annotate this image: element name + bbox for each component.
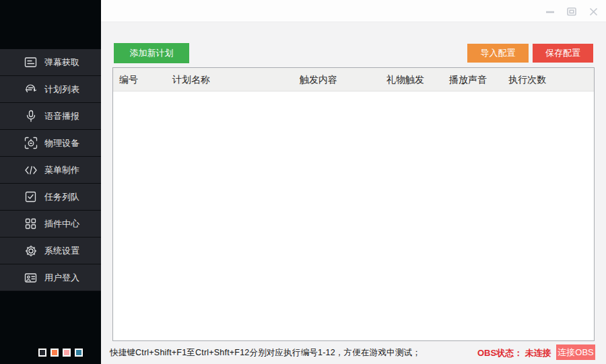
microphone-icon: [24, 110, 38, 123]
theme-swatch-orange[interactable]: [50, 349, 59, 357]
hotkey-hint-text: 快捷键Ctrl+Shift+F1至Ctrl+Shft+F12分别对应执行编号1-…: [110, 347, 421, 359]
robot-device-icon: [24, 137, 38, 150]
sidebar-item-plugin-center[interactable]: 插件中心: [0, 211, 101, 238]
titlebar: [101, 0, 606, 22]
sidebar-item-label: 语音播报: [44, 110, 79, 122]
plan-table-body: [113, 92, 594, 340]
user-card-icon: [24, 271, 38, 285]
column-header-play-sound: 播放声音: [449, 68, 487, 92]
sidebar: 弹幕获取 计划列表 语音播报 物理设备 菜单制作: [0, 0, 101, 364]
sidebar-item-settings[interactable]: 系统设置: [0, 238, 101, 264]
theme-swatch-dark[interactable]: [38, 349, 46, 357]
add-new-plan-button[interactable]: 添加新计划: [114, 43, 189, 63]
sidebar-item-label: 任务列队: [44, 191, 79, 203]
column-header-gift-trigger: 礼物触发: [386, 68, 424, 92]
theme-swatch-teal[interactable]: [75, 349, 83, 357]
sidebar-item-danmaku[interactable]: 弹幕获取: [0, 49, 101, 76]
plan-list-icon: [24, 83, 38, 96]
plan-table: 编号 计划名称 触发内容 礼物触发 播放声音 执行次数: [112, 67, 595, 341]
gear-icon: [24, 244, 38, 258]
column-header-id: 编号: [119, 68, 138, 92]
plugin-grid-icon: [24, 217, 38, 231]
sidebar-item-menu-maker[interactable]: 菜单制作: [0, 157, 101, 184]
column-header-exec-count: 执行次数: [508, 68, 546, 92]
sidebar-item-task-queue[interactable]: 任务列队: [0, 184, 101, 211]
sidebar-item-label: 系统设置: [44, 245, 79, 257]
close-icon[interactable]: [588, 6, 599, 17]
main-area: 添加新计划 导入配置 保存配置 编号 计划名称 触发内容 礼物触发 播放声音 执…: [101, 0, 606, 364]
maximize-button[interactable]: [566, 6, 577, 17]
sidebar-item-label: 物理设备: [44, 137, 79, 149]
sidebar-item-label: 弹幕获取: [44, 57, 79, 69]
save-config-button[interactable]: 保存配置: [533, 44, 593, 63]
theme-swatch-pink[interactable]: [63, 349, 71, 357]
task-checkbox-icon: [24, 190, 38, 204]
column-header-trigger: 触发内容: [300, 68, 337, 92]
sidebar-item-label: 计划列表: [44, 83, 79, 96]
sidebar-item-device[interactable]: 物理设备: [0, 130, 101, 157]
obs-status-text: OBS状态： 未连接: [477, 347, 551, 359]
sidebar-item-label: 插件中心: [44, 218, 79, 230]
plan-table-header: 编号 计划名称 触发内容 礼物触发 播放声音 执行次数: [113, 68, 594, 92]
minimize-button[interactable]: [545, 6, 556, 17]
sidebar-item-label: 菜单制作: [44, 164, 79, 176]
column-header-plan-name: 计划名称: [172, 68, 210, 92]
sidebar-menu: 弹幕获取 计划列表 语音播报 物理设备 菜单制作: [0, 49, 101, 291]
sidebar-item-user-login[interactable]: 用户登入: [0, 264, 101, 291]
connect-obs-button[interactable]: 连接OBS: [556, 344, 595, 360]
sidebar-item-plan-list[interactable]: 计划列表: [0, 76, 101, 103]
window-controls: [545, 6, 599, 17]
import-config-button[interactable]: 导入配置: [467, 44, 529, 63]
sidebar-item-voice[interactable]: 语音播报: [0, 103, 101, 130]
sidebar-item-label: 用户登入: [44, 272, 79, 284]
danmaku-screen-icon: [24, 56, 38, 69]
theme-swatches: [38, 349, 83, 357]
code-icon: [24, 163, 38, 177]
